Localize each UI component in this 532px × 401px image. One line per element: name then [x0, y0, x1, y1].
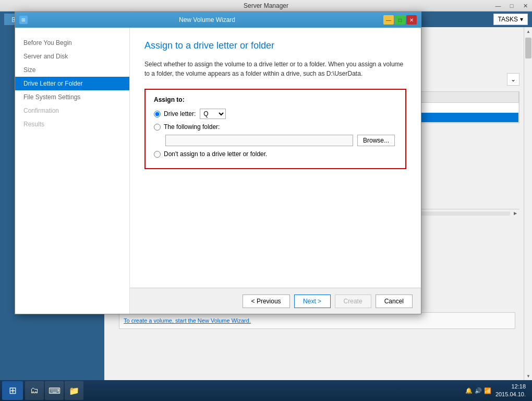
wizard-close-btn[interactable]: ✕: [406, 15, 417, 25]
sm-minimize-btn[interactable]: —: [491, 0, 505, 11]
system-tray: 🔔 🔊 📶: [465, 387, 491, 394]
wizard-titlebar-controls: — □ ✕: [383, 15, 417, 25]
previous-button[interactable]: < Previous: [243, 294, 290, 308]
taskbar-icon-files[interactable]: 🗂: [25, 381, 44, 400]
nav-file-system-settings[interactable]: File System Settings: [15, 90, 129, 104]
sm-titlebar: Server Manager — □ ✕: [0, 0, 532, 11]
wizard-page-title: Assign to a drive letter or folder: [144, 40, 406, 51]
radio-no-assign-row: Don't assign to a drive letter or folder…: [154, 150, 397, 158]
assign-label: Assign to:: [154, 96, 397, 103]
radio-no-assign-input[interactable]: [154, 151, 161, 158]
wizard-content: Assign to a drive letter or folder Selec…: [130, 28, 421, 288]
nav-confirmation: Confirmation: [15, 104, 129, 117]
browse-button[interactable]: Browse...: [357, 135, 395, 146]
taskbar-clock: 12:18 2015.04.10.: [495, 383, 526, 399]
wizard-minimize-btn[interactable]: —: [383, 15, 394, 25]
tray-icon-2: 🔊: [475, 387, 482, 394]
folder-input-row: Browse...: [165, 135, 397, 146]
start-button[interactable]: ⊞: [2, 381, 23, 400]
nav-size[interactable]: Size: [15, 63, 129, 77]
scroll-thumb[interactable]: [525, 38, 531, 58]
tasks-button-top[interactable]: TASKS ▾: [493, 14, 528, 25]
radio-no-assign-label[interactable]: Don't assign to a drive letter or folder…: [164, 150, 267, 158]
radio-folder-label[interactable]: The following folder:: [164, 123, 220, 131]
scroll-down[interactable]: ▼: [524, 372, 532, 380]
cancel-button[interactable]: Cancel: [376, 294, 413, 308]
tray-icon-3: 📶: [484, 387, 491, 394]
radio-drive-letter-row: Drive letter: Q A B C D E F G H R: [154, 109, 397, 119]
clock-time: 12:18: [495, 383, 526, 391]
taskbar-right: 🔔 🔊 📶 12:18 2015.04.10.: [465, 383, 530, 399]
nav-results: Results: [15, 117, 129, 131]
sm-restore-btn[interactable]: □: [505, 0, 518, 11]
wizard-title: New Volume Wizard: [31, 16, 383, 23]
radio-folder-row: The following folder:: [154, 123, 397, 131]
wizard-right-panel: Assign to a drive letter or folder Selec…: [130, 28, 421, 314]
sm-close-btn[interactable]: ✕: [518, 0, 532, 11]
radio-drive-letter-label[interactable]: Drive letter:: [164, 110, 196, 117]
scroll-right[interactable]: ▶: [511, 209, 519, 218]
create-volume-box: To create a volume, start the New Volume…: [119, 312, 515, 329]
next-button[interactable]: Next >: [294, 294, 331, 308]
create-button[interactable]: Create: [335, 294, 371, 308]
nav-before-you-begin[interactable]: Before You Begin: [15, 36, 129, 50]
create-volume-text[interactable]: To create a volume, start the New Volume…: [124, 317, 251, 324]
radio-folder-input[interactable]: [154, 124, 161, 131]
wizard-body: Before You Begin Server and Disk Size Dr…: [15, 28, 421, 314]
wizard-icon: ⊞: [19, 16, 28, 24]
assign-to-box: Assign to: Drive letter: Q A B C D E F: [144, 89, 406, 169]
wizard-nav: Before You Begin Server and Disk Size Dr…: [15, 28, 130, 314]
tray-icon-1: 🔔: [465, 387, 473, 394]
collapse-btn[interactable]: ⌄: [507, 73, 519, 86]
wizard-description: Select whether to assign the volume to a…: [144, 60, 406, 78]
scroll-up[interactable]: ▲: [524, 27, 532, 36]
taskbar-icon-cmd[interactable]: ⌨: [45, 381, 64, 400]
nav-drive-letter[interactable]: Drive Letter or Folder: [15, 77, 129, 90]
taskbar: ⊞ 🗂 ⌨ 📁 🔔 🔊 📶 12:18 2015.04.10.: [0, 380, 532, 401]
scrollbar[interactable]: ▲ ▼: [524, 27, 532, 380]
clock-date: 2015.04.10.: [495, 391, 526, 398]
nav-server-and-disk[interactable]: Server and Disk: [15, 50, 129, 63]
wizard-titlebar: ⊞ New Volume Wizard — □ ✕: [15, 12, 421, 28]
taskbar-icons: 🗂 ⌨ 📁: [25, 381, 83, 400]
wizard-footer: < Previous Next > Create Cancel: [130, 288, 421, 314]
sm-menubar-right: TASKS ▾: [493, 14, 532, 25]
wizard-dialog: ⊞ New Volume Wizard — □ ✕ Before You Beg…: [15, 11, 421, 314]
drive-letter-select[interactable]: Q A B C D E F G H R S T: [200, 109, 226, 119]
sm-title: Server Manager: [244, 2, 288, 9]
folder-path-input[interactable]: [165, 135, 353, 146]
radio-drive-letter-input[interactable]: [154, 111, 161, 117]
wizard-restore-btn[interactable]: □: [395, 15, 405, 25]
sm-titlebar-controls: — □ ✕: [491, 0, 532, 11]
taskbar-icon-explorer[interactable]: 📁: [65, 381, 83, 400]
